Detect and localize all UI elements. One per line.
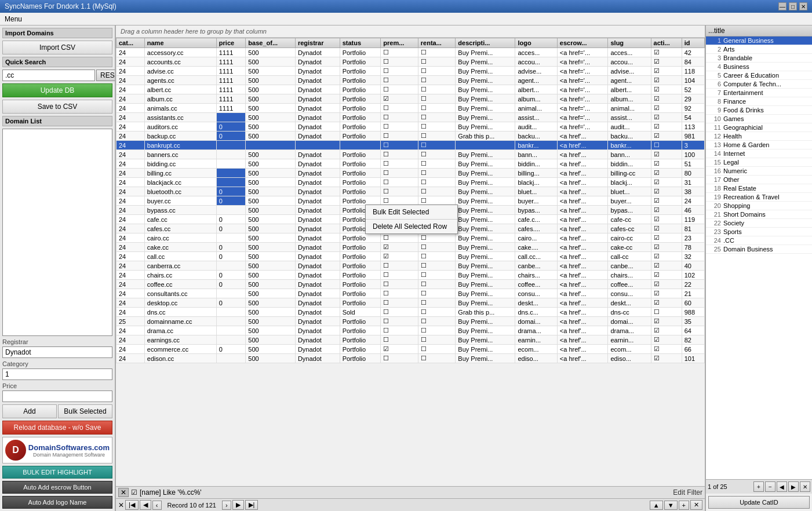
table-row[interactable]: 24bidding.cc500DynadotPortfolio☐☐Buy Pre… <box>116 159 705 169</box>
edit-filter-button[interactable]: Edit Filter <box>673 488 702 497</box>
col-header-prem[interactable]: prem... <box>381 38 418 48</box>
registrar-input[interactable] <box>2 346 112 358</box>
col-header-logo[interactable]: logo <box>515 38 557 48</box>
right-nav-left[interactable]: ◀ <box>777 481 787 492</box>
grid-container[interactable]: cat...namepricebase_of...registrarstatus… <box>116 38 705 486</box>
table-row[interactable]: 24album.cc1111500DynadotPortfolio☑☐Buy P… <box>116 94 705 104</box>
reset-button[interactable]: RESET <box>96 70 116 81</box>
table-row[interactable]: 24banners.cc500DynadotPortfolio☐☐Buy Pre… <box>116 150 705 159</box>
category-item-5[interactable]: 5Career & Education <box>706 71 812 80</box>
menu-item-menu[interactable]: Menu <box>5 15 22 23</box>
col-header-base_of[interactable]: base_of... <box>246 38 296 48</box>
category-item-24[interactable]: 24.CC <box>706 236 812 245</box>
col-header-name[interactable]: name <box>144 38 216 48</box>
auto-add-logo-button[interactable]: Auto Add logo Name <box>2 496 112 509</box>
category-item-22[interactable]: 22Society <box>706 219 812 228</box>
nav-next-small-button[interactable]: › <box>222 501 231 510</box>
save-csv-button[interactable]: Save to CSV <box>2 100 112 114</box>
bulk-selected-button[interactable]: Bulk Selected <box>58 404 112 418</box>
table-row[interactable]: 24earnings.cc500DynadotPortfolio☐☐Buy Pr… <box>116 335 705 345</box>
maximize-button[interactable]: □ <box>789 2 797 10</box>
table-row[interactable]: 24billing.cc500DynadotPortfolio☐☐Buy Pre… <box>116 169 705 178</box>
table-row[interactable]: 24albert.cc1111500DynadotPortfolio☐☐Buy … <box>116 85 705 94</box>
category-item-3[interactable]: 3Brandable <box>706 54 812 63</box>
table-row[interactable]: 24drama.cc500DynadotPortfolio☐☐Buy Premi… <box>116 326 705 335</box>
col-header-escrow[interactable]: escrow... <box>557 38 608 48</box>
table-row[interactable]: 24cake.cc0500DynadotPortfolio☑☐Buy Premi… <box>116 243 705 252</box>
category-item-25[interactable]: 25Domain Business <box>706 245 812 254</box>
nav-prev-button[interactable]: ◀ <box>140 500 151 510</box>
filter-checkbox[interactable]: ☑ <box>131 488 137 497</box>
category-item-8[interactable]: 8Finance <box>706 97 812 106</box>
table-row[interactable]: 24accounts.cc1111500DynadotPortfolio☐☐Bu… <box>116 57 705 67</box>
table-row[interactable]: 24backup.cc0500DynadotPortfolio☐☐Grab th… <box>116 132 705 141</box>
nav-next-button[interactable]: ▶ <box>232 500 244 510</box>
filter-toggle-icon[interactable]: ✕ <box>118 501 124 509</box>
table-row[interactable]: 24cairo.cc500DynadotPortfolio☐☐Buy Premi… <box>116 233 705 243</box>
table-row[interactable]: 24canberra.cc500DynadotPortfolio☐☐Buy Pr… <box>116 261 705 271</box>
category-item-9[interactable]: 9Food & Drinks <box>706 106 812 115</box>
right-nav-close[interactable]: ✕ <box>800 481 810 492</box>
category-item-10[interactable]: 10Games <box>706 115 812 123</box>
close-button[interactable]: ✕ <box>799 2 807 10</box>
table-row[interactable]: 24coffee.cc0500DynadotPortfolio☐☐Buy Pre… <box>116 280 705 289</box>
table-row[interactable]: 24desktop.cc0500DynadotPortfolio☐☐Buy Pr… <box>116 298 705 308</box>
price-input[interactable] <box>2 390 112 402</box>
import-csv-button[interactable]: Import CSV <box>2 41 112 54</box>
table-row[interactable]: 24chairs.cc0500DynadotPortfolio☐☐Buy Pre… <box>116 271 705 280</box>
category-item-18[interactable]: 18Real Estate <box>706 184 812 193</box>
table-row[interactable]: 25domainname.cc500DynadotPortfolio☐☐Buy … <box>116 317 705 326</box>
col-header-acti[interactable]: acti... <box>651 38 682 48</box>
col-header-renta[interactable]: renta... <box>418 38 456 48</box>
category-item-14[interactable]: 14Internet <box>706 149 812 158</box>
table-row[interactable]: 24call.cc0500DynadotPortfolio☑☐Buy Premi… <box>116 252 705 261</box>
update-catid-button[interactable]: Update CatID <box>708 496 810 509</box>
filter-remove-icon[interactable]: ✕ <box>118 488 129 497</box>
search-input[interactable] <box>2 70 95 81</box>
category-item-15[interactable]: 15Legal <box>706 158 812 167</box>
category-item-21[interactable]: 21Short Domains <box>706 210 812 219</box>
bulk-edit-highlight-button[interactable]: BULK EDIT HIGHLIGHT <box>2 466 112 479</box>
right-nav-minus[interactable]: − <box>765 481 775 492</box>
category-tree[interactable]: 1General Business2Arts3Brandable4Busines… <box>706 36 812 479</box>
category-item-4[interactable]: 4Business <box>706 63 812 71</box>
nav-last-button[interactable]: ▶| <box>245 500 258 510</box>
nav-up-button[interactable]: ▲ <box>650 501 663 510</box>
col-header-descripti[interactable]: descripti... <box>456 38 515 48</box>
right-nav-right[interactable]: ▶ <box>788 481 799 492</box>
nav-add-record-button[interactable]: + <box>679 501 689 510</box>
col-header-cat[interactable]: cat... <box>116 38 145 48</box>
table-row[interactable]: 24dns.cc500DynadotSold☐☐Grab this p...dn… <box>116 308 705 317</box>
category-item-1[interactable]: 1General Business <box>706 36 812 45</box>
table-row[interactable]: 24agents.cc1111500DynadotPortfolio☐☐Buy … <box>116 76 705 85</box>
col-header-status[interactable]: status <box>340 38 381 48</box>
table-row[interactable]: 24blackjack.cc500DynadotPortfolio☐☐Buy P… <box>116 178 705 187</box>
category-item-19[interactable]: 19Recreation & Travel <box>706 193 812 202</box>
table-row[interactable]: 24accessory.cc1111500DynadotPortfolio☐☐B… <box>116 48 705 57</box>
category-item-7[interactable]: 7Entertainment <box>706 89 812 97</box>
auto-add-escrow-button[interactable]: Auto Add escrow Button <box>2 481 112 494</box>
minimize-button[interactable]: — <box>778 2 786 10</box>
nav-prev-small-button[interactable]: ‹ <box>152 501 162 510</box>
nav-delete-record-button[interactable]: ✕ <box>690 500 702 510</box>
category-item-12[interactable]: 12Health <box>706 132 812 141</box>
delete-all-selected-menuitem[interactable]: Delete All Selected Row <box>366 219 457 233</box>
right-nav-plus[interactable]: + <box>753 481 764 492</box>
table-row[interactable]: 24ecommerce.cc0500DynadotPortfolio☑☐Buy … <box>116 345 705 354</box>
table-row[interactable]: 24consultants.cc500DynadotPortfolio☐☐Buy… <box>116 289 705 298</box>
col-header-registrar[interactable]: registrar <box>295 38 340 48</box>
category-item-2[interactable]: 2Arts <box>706 45 812 54</box>
nav-first-button[interactable]: |◀ <box>125 500 139 510</box>
table-row[interactable]: 24assistants.cc500DynadotPortfolio☐☐Buy … <box>116 113 705 122</box>
table-row[interactable]: 24bankrupt.cc☐☐bankr...<a href'...bankr.… <box>116 141 705 150</box>
col-header-price[interactable]: price <box>216 38 246 48</box>
nav-down-button[interactable]: ▼ <box>664 501 678 510</box>
bulk-edit-selected-menuitem[interactable]: Bulk Edit Selected <box>366 205 457 219</box>
reload-database-button[interactable]: Reload database - w/o Save <box>2 421 112 435</box>
category-item-17[interactable]: 17Other <box>706 176 812 184</box>
category-item-13[interactable]: 13Home & Garden <box>706 141 812 149</box>
table-row[interactable]: 24animals.cc1111500DynadotPortfolio☐☐Buy… <box>116 104 705 113</box>
col-header-id[interactable]: id <box>682 38 704 48</box>
category-item-16[interactable]: 16Numeric <box>706 167 812 176</box>
category-item-23[interactable]: 23Sports <box>706 228 812 236</box>
